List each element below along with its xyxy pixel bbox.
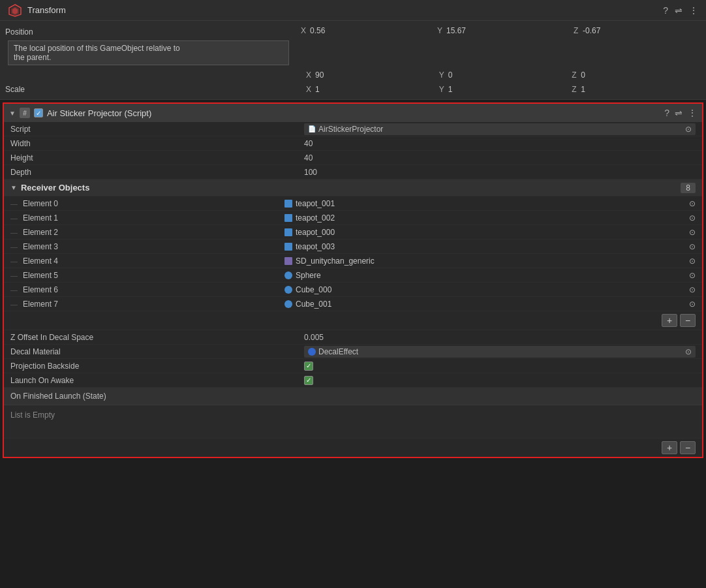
decal-material-field[interactable]: DecalEffect ⊙ <box>304 346 696 358</box>
z-label-2: Z <box>572 85 578 94</box>
drag-handle: — <box>10 243 18 251</box>
receiver-collapse-arrow[interactable]: ▼ <box>10 184 17 191</box>
element-value[interactable]: Sphere ⊙ <box>284 271 696 280</box>
x-val-0: 0.56 <box>310 26 325 35</box>
width-row: Width 40 <box>4 136 702 151</box>
component-preset-icon[interactable]: ⇌ <box>675 108 683 118</box>
collapse-arrow[interactable]: ▼ <box>9 110 16 117</box>
select-decal-btn[interactable]: ⊙ <box>685 347 692 356</box>
elements-add-remove-row: + − <box>4 311 702 330</box>
component-help-icon[interactable]: ? <box>664 108 669 118</box>
width-label: Width <box>10 139 31 148</box>
tooltip-line1: The local position of this GameObject re… <box>14 44 180 53</box>
y-label-1: Y <box>439 70 446 80</box>
element-object-name: Sphere <box>296 271 321 280</box>
element-label: Element 5 <box>23 271 284 280</box>
component-title: Air Sticker Projector (Script) <box>47 108 660 118</box>
projection-backside-checkbox[interactable]: ✓ <box>304 362 313 371</box>
launch-on-awake-checkbox[interactable]: ✓ <box>304 376 313 385</box>
receiver-header: ▼ Receiver Objects 8 <box>4 179 702 196</box>
drag-handle: — <box>10 257 18 265</box>
event-label: On Finished Launch (State) <box>10 392 106 401</box>
element-select-btn[interactable]: ⊙ <box>689 199 696 208</box>
table-row: — Element 0 teapot_001 ⊙ <box>4 196 702 211</box>
element-select-btn[interactable]: ⊙ <box>689 256 696 266</box>
drag-handle: — <box>10 271 18 279</box>
menu-icon[interactable]: ⋮ <box>689 5 698 16</box>
element-select-btn[interactable]: ⊙ <box>689 271 696 280</box>
z-label-1: Z <box>572 70 578 80</box>
add-event-btn[interactable]: + <box>662 441 677 454</box>
element-select-btn[interactable]: ⊙ <box>689 285 696 294</box>
element-object-name: Cube_000 <box>296 285 331 294</box>
event-add-remove-row: + − <box>4 439 702 457</box>
element-value[interactable]: teapot_002 ⊙ <box>284 213 696 223</box>
header-icons: ? ⇌ ⋮ <box>664 108 697 118</box>
element-object-name: teapot_000 <box>296 228 335 237</box>
transform-section: Position The local position of this Game… <box>0 21 706 100</box>
x-val-2: 1 <box>315 85 320 94</box>
element-value[interactable]: Cube_000 ⊙ <box>284 285 696 294</box>
element-value[interactable]: teapot_001 ⊙ <box>284 199 696 208</box>
drag-handle: — <box>10 200 18 208</box>
element-label: Element 4 <box>23 256 284 266</box>
drag-handle: — <box>10 228 18 236</box>
topbar-icons: ? ⇌ ⋮ <box>663 5 698 16</box>
component-panel: ▼ # ✓ Air Sticker Projector (Script) ? ⇌… <box>3 102 703 458</box>
elements-container: — Element 0 teapot_001 ⊙ — Element 1 tea… <box>4 196 702 311</box>
y-label-2: Y <box>439 85 446 94</box>
height-value[interactable]: 40 <box>304 153 313 162</box>
hash-icon: # <box>20 108 30 118</box>
scale-label: Scale <box>5 85 25 94</box>
projection-backside-label: Projection Backside <box>10 362 79 371</box>
x-label-0: X <box>301 26 307 35</box>
enabled-checkbox[interactable]: ✓ <box>34 108 43 117</box>
script-row: Script 📄 AirStickerProjector ⊙ <box>4 122 702 136</box>
drag-handle: — <box>10 286 18 294</box>
element-label: Element 2 <box>23 228 284 237</box>
element-object-name: teapot_003 <box>296 242 335 251</box>
x-label-2: X <box>306 85 313 94</box>
component-menu-icon[interactable]: ⋮ <box>688 108 697 118</box>
table-row: — Element 1 teapot_002 ⊙ <box>4 211 702 225</box>
z-offset-value[interactable]: 0.005 <box>304 333 324 342</box>
element-select-btn[interactable]: ⊙ <box>689 213 696 223</box>
element-value[interactable]: Cube_001 ⊙ <box>284 300 696 309</box>
help-icon[interactable]: ? <box>663 5 668 16</box>
element-value[interactable]: SD_unitychan_generic ⊙ <box>284 256 696 266</box>
window-title: Transform <box>27 5 658 15</box>
drag-handle: — <box>10 214 18 222</box>
z-offset-label: Z Offset In Decal Space <box>10 333 93 342</box>
add-element-btn[interactable]: + <box>662 314 677 327</box>
x-label-1: X <box>306 70 313 80</box>
tooltip-line2: the parent. <box>14 53 51 62</box>
table-row: — Element 2 teapot_000 ⊙ <box>4 225 702 240</box>
table-row: — Element 7 Cube_001 ⊙ <box>4 297 702 311</box>
launch-on-awake-checkmark: ✓ <box>306 377 311 384</box>
table-row: — Element 6 Cube_000 ⊙ <box>4 283 702 297</box>
element-label: Element 3 <box>23 242 284 251</box>
x-val-1: 90 <box>315 70 324 80</box>
mesh-icon <box>284 199 293 208</box>
event-section: On Finished Launch (State) List is Empty <box>4 388 702 439</box>
element-select-btn[interactable]: ⊙ <box>689 300 696 309</box>
y-val-2: 1 <box>448 85 453 94</box>
z-val-2: 1 <box>581 85 585 94</box>
width-value[interactable]: 40 <box>304 139 313 148</box>
launch-on-awake-row: Launch On Awake ✓ <box>4 373 702 388</box>
preset-icon[interactable]: ⇌ <box>675 5 683 16</box>
element-value[interactable]: teapot_003 ⊙ <box>284 242 696 251</box>
element-object-name: SD_unitychan_generic <box>296 256 375 266</box>
script-field[interactable]: 📄 AirStickerProjector ⊙ <box>304 123 696 135</box>
select-script-btn[interactable]: ⊙ <box>685 125 692 134</box>
remove-event-btn[interactable]: − <box>680 441 696 454</box>
element-value[interactable]: teapot_000 ⊙ <box>284 228 696 237</box>
element-select-btn[interactable]: ⊙ <box>689 228 696 237</box>
remove-element-btn[interactable]: − <box>680 314 696 327</box>
element-select-btn[interactable]: ⊙ <box>689 242 696 251</box>
position-label: Position <box>5 27 33 37</box>
depth-value[interactable]: 100 <box>304 168 317 177</box>
script-label: Script <box>10 125 31 134</box>
y-val-0: 15.67 <box>446 26 466 35</box>
element-label: Element 6 <box>23 285 284 294</box>
